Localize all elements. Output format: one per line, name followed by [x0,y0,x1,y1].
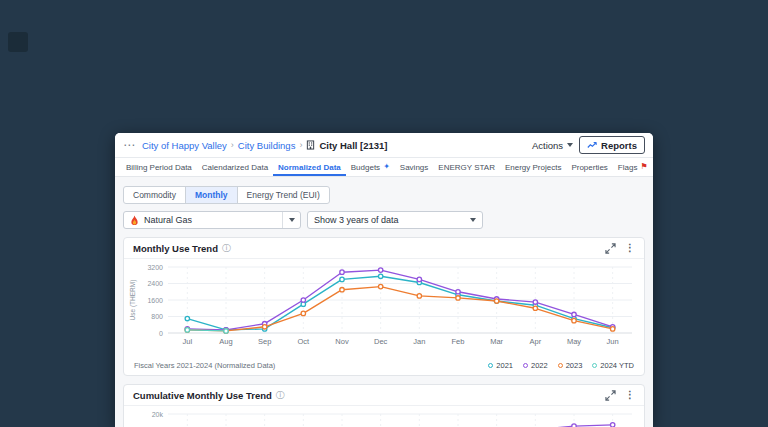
svg-text:0: 0 [159,330,163,337]
commodity-select[interactable]: Natural Gas [123,211,301,229]
svg-text:Use (THERM): Use (THERM) [129,280,137,321]
tab-normalized-data[interactable]: Normalized Data [273,158,346,176]
svg-text:Dec: Dec [374,337,388,346]
legend-item-2024-ytd[interactable]: 2024 YTD [592,361,634,370]
card-title: Monthly Use Trend [133,243,218,254]
subtab-energy-trend-eui-[interactable]: Energy Trend (EUI) [237,187,329,203]
timerange-select[interactable]: Show 3 years of data [307,211,483,229]
tab-properties[interactable]: Properties [566,158,612,176]
kebab-menu-icon[interactable]: ⋮ [625,243,635,253]
tab-bar: Billing Period DataCalendarized DataNorm… [115,158,653,177]
legend-marker [488,363,493,368]
svg-text:1600: 1600 [147,297,163,304]
svg-text:Mar: Mar [490,337,503,346]
monthly-use-trend-card: Monthly Use Trend ⓘ ⋮ 0800160024003200Ju… [123,237,645,376]
legend-marker [558,363,563,368]
window-header: ⋯ City of Happy Valley›City Buildings›Ci… [115,133,653,158]
timerange-value: Show 3 years of data [314,215,464,225]
filter-row: Natural Gas Show 3 years of data [123,211,645,229]
actions-dropdown[interactable]: Actions [532,140,573,151]
legend-item-2023[interactable]: 2023 [558,361,583,370]
subtab-commodity[interactable]: Commodity [124,187,185,203]
legend-item-2022[interactable]: 2022 [523,361,548,370]
flame-icon [130,215,139,226]
caret-down-icon [464,212,482,228]
legend-item-2021[interactable]: 2021 [488,361,513,370]
svg-text:Jun: Jun [607,337,619,346]
tab-label: Savings [400,163,428,172]
tab-label: Calendarized Data [202,163,268,172]
caret-down-icon [282,212,300,228]
subtab-group: CommodityMonthlyEnergy Trend (EUI) [123,186,330,204]
svg-text:20k: 20k [152,411,164,418]
tab-label: Flags [618,163,638,172]
legend-label: 2021 [496,361,513,370]
monthly-use-trend-chart: 0800160024003200JulAugSepOctNovDecJanFeb… [124,259,644,361]
flag-icon: ⚑ [640,163,647,171]
tab-label: ENERGY STAR [438,163,495,172]
svg-text:Sep: Sep [258,337,271,346]
tab-label: Properties [571,163,607,172]
svg-text:800: 800 [151,313,163,320]
legend-marker [592,363,597,368]
breadcrumb-separator: › [299,140,302,150]
tab-billing-period-data[interactable]: Billing Period Data [121,158,197,176]
cumulative-monthly-use-trend-chart: 05k10k15k20kJulAugSepOctNovDecJanFebMarA… [124,406,644,427]
sparkles-icon: ✦ [383,163,390,171]
tab-label: Energy Projects [505,163,561,172]
monthly-use-trend-svg: 0800160024003200JulAugSepOctNovDecJanFeb… [126,261,644,357]
svg-text:May: May [567,337,581,346]
tab-savings[interactable]: Savings [395,158,433,176]
chart-legend: 2021202220232024 YTD [488,361,634,370]
card-title: Cumulative Monthly Use Trend [133,390,272,401]
breadcrumb-separator: › [231,140,234,150]
building-icon [306,140,315,150]
breadcrumb: City of Happy Valley›City Buildings›City… [142,140,388,151]
legend-label: 2022 [531,361,548,370]
legend-label: 2024 YTD [600,361,634,370]
svg-text:2400: 2400 [147,280,163,287]
tab-calendarized-data[interactable]: Calendarized Data [197,158,273,176]
actions-label: Actions [532,140,563,151]
breadcrumb-link[interactable]: City of Happy Valley [142,140,227,151]
tab-energy-star[interactable]: ENERGY STAR [433,158,500,176]
subtab-monthly[interactable]: Monthly [185,187,237,203]
tab-budgets[interactable]: Budgets✦ [346,158,395,176]
card-header: Cumulative Monthly Use Trend ⓘ ⋮ [124,385,644,406]
svg-text:Nov: Nov [335,337,349,346]
svg-text:3200: 3200 [147,264,163,271]
svg-text:Aug: Aug [219,337,232,346]
card-header: Monthly Use Trend ⓘ ⋮ [124,238,644,259]
expand-icon[interactable] [605,390,616,401]
legend-label: 2023 [566,361,583,370]
tab-flags[interactable]: Flags⚑ [613,158,653,176]
tab-energy-projects[interactable]: Energy Projects [500,158,566,176]
window-body: CommodityMonthlyEnergy Trend (EUI) Natur… [115,177,653,427]
svg-text:Oct: Oct [297,337,310,346]
cumulative-monthly-use-trend-card: Cumulative Monthly Use Trend ⓘ ⋮ 05k10k1… [123,384,645,427]
breadcrumb-link[interactable]: City Buildings [238,140,296,151]
reports-button[interactable]: Reports [579,136,645,154]
caret-down-icon [567,143,573,147]
desktop-tile [8,32,28,52]
commodity-value: Natural Gas [144,215,277,225]
reports-label: Reports [601,140,637,151]
tab-label: Normalized Data [278,163,341,172]
desktop: { "colors": { "accent": "#2e6fe8", "teal… [0,0,768,427]
info-icon[interactable]: ⓘ [222,242,231,255]
chart-footnote: Fiscal Years 2021-2024 (Normalized Data) [134,361,275,370]
kebab-menu-icon[interactable]: ⋮ [625,390,635,400]
expand-icon[interactable] [605,243,616,254]
report-chart-icon [587,140,597,150]
cumulative-monthly-use-trend-svg: 05k10k15k20kJulAugSepOctNovDecJanFebMarA… [126,408,644,427]
legend-marker [523,363,528,368]
svg-text:Apr: Apr [529,337,541,346]
info-icon[interactable]: ⓘ [276,389,285,402]
tab-label: Budgets [351,163,380,172]
more-menu-icon[interactable]: ⋯ [123,139,136,151]
card-footer: Fiscal Years 2021-2024 (Normalized Data)… [124,361,644,375]
app-window: ⋯ City of Happy Valley›City Buildings›Ci… [115,133,653,427]
tab-label: Billing Period Data [126,163,192,172]
breadcrumb-current: City Hall [2131] [319,140,387,151]
svg-text:Jan: Jan [413,337,425,346]
